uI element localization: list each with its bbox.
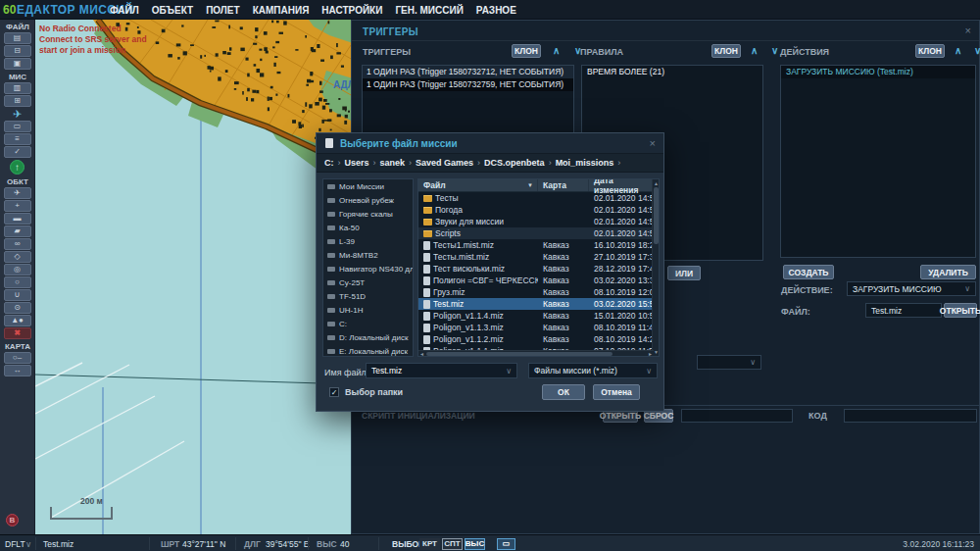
actions-list[interactable]: ЗАГРУЗИТЬ МИССИЮ (Test.miz) — [780, 65, 976, 258]
table-row[interactable]: Test.mizКавказ03.02.2020 15:54 — [418, 298, 659, 310]
ship-icon[interactable]: ▬ — [4, 213, 31, 225]
table-row[interactable]: Poligon_v1.1.3.mizКавказ08.10.2019 11:47 — [418, 322, 659, 333]
table-row[interactable]: Poligon_v1.1.4.mizКавказ15.01.2020 10:55 — [418, 310, 659, 322]
delete-action-button[interactable]: УДАЛИТЬ — [920, 265, 976, 279]
table-row[interactable]: Scripts02.01.2020 14:50 — [418, 227, 659, 239]
column-header-file[interactable]: Файл▼ — [418, 179, 538, 191]
places-item[interactable]: Навигатор NS430 для Ми-8 — [323, 262, 413, 276]
breadcrumb-segment[interactable]: Saved Games — [416, 158, 473, 168]
mode-button-спт[interactable]: СПТ — [442, 538, 463, 550]
trigger-list-item[interactable]: 1 ОДИН РАЗ (Trigger 1580732759, НЕТ СОБЫ… — [363, 78, 573, 91]
delete-mission-icon[interactable]: ▥ — [4, 82, 31, 94]
places-item[interactable]: Горячие скалы — [323, 207, 413, 221]
move-action-up-icon[interactable]: ∧ — [955, 44, 961, 58]
cancel-button[interactable]: Отмена — [593, 384, 640, 400]
or-button[interactable]: ИЛИ — [667, 266, 701, 280]
trigger-list-item[interactable]: 1 ОДИН РАЗ (Trigger 1580732712, НЕТ СОБЫ… — [363, 66, 573, 78]
start-mission-icon[interactable]: ↑ — [10, 160, 24, 175]
sort-arrow-icon[interactable]: ▼ — [527, 182, 533, 188]
close-icon[interactable]: × — [650, 137, 656, 149]
action-list-item[interactable]: ЗАГРУЗИТЬ МИССИЮ (Test.miz) — [781, 66, 975, 78]
scroll-up-icon[interactable]: ▲ — [653, 180, 660, 186]
template-shapes-icon[interactable]: ▲● — [4, 315, 31, 326]
theme-dropdown[interactable]: DFLT — [5, 539, 25, 549]
table-row[interactable]: Тесты.mist.mizКавказ27.10.2019 17:39 — [418, 251, 659, 263]
airplane-icon[interactable]: ✈ — [4, 187, 31, 199]
places-item[interactable]: Су-25Т — [323, 276, 413, 289]
places-item[interactable]: C: — [323, 317, 413, 330]
ruler-icon[interactable]: ▭ — [497, 538, 515, 550]
column-header-date[interactable]: Дата изменения — [589, 179, 654, 191]
places-item[interactable]: Ми-8МТВ2 — [323, 248, 413, 262]
places-item[interactable]: D: Локальный диск — [323, 330, 413, 344]
chevron-down-icon[interactable]: ∨ — [25, 539, 31, 549]
dialog-titlebar[interactable]: Выберите файл миссии × — [317, 133, 663, 154]
create-action-button[interactable]: СОЗДАТЬ — [783, 265, 834, 279]
column-header-map[interactable]: Карта — [538, 179, 589, 191]
map-canvas[interactable]: АДЛ 200 м — [35, 20, 353, 534]
linked-group-icon[interactable]: ⊙ — [4, 302, 31, 314]
move-rule-up-icon[interactable]: ∧ — [751, 44, 758, 58]
unit-templates-icon[interactable]: ⊞ — [4, 95, 31, 107]
table-row[interactable]: Тест висюльки.mizКавказ28.12.2019 17:43 — [418, 263, 659, 275]
table-row[interactable]: Груз.mizКавказ08.10.2019 12:00 — [418, 286, 659, 298]
places-list[interactable]: Мои МиссииОгневой рубежГорячие скалыКа-5… — [322, 178, 414, 357]
helicopter-icon[interactable]: + — [4, 200, 31, 212]
table-row[interactable]: Погода02.01.2020 14:50 — [418, 204, 659, 216]
menu-item-3[interactable]: КАМПАНИЯ — [253, 5, 310, 16]
places-item[interactable]: Ка-50 — [323, 221, 413, 234]
code-field[interactable] — [844, 409, 977, 423]
file-table[interactable]: Файл▼ Карта Дата изменения Тесты02.01.20… — [417, 178, 660, 357]
breadcrumb-segment[interactable]: C: — [324, 158, 334, 168]
vertical-scrollbar[interactable]: ▲ ▼ — [652, 179, 659, 356]
map-key-icon[interactable]: ○– — [4, 352, 31, 364]
menu-item-2[interactable]: ПОЛЕТ — [206, 5, 240, 16]
route-tool-icon[interactable]: ▭ — [4, 121, 31, 132]
mode-button-выс[interactable]: ВЫС — [465, 538, 485, 550]
table-row[interactable]: Poligon_v1.1.2.mizКавказ08.10.2019 14:25 — [418, 333, 659, 345]
fly-mission-icon[interactable]: ✈ — [4, 108, 31, 120]
open-file-button[interactable]: ОТКРЫТЬ — [944, 303, 977, 318]
file-filter-dropdown[interactable]: Файлы миссии (*.miz) ∨ — [528, 363, 658, 378]
check-mission-icon[interactable]: ✓ — [4, 146, 31, 158]
ok-button[interactable]: ОК — [542, 384, 585, 400]
clone-triggers-button[interactable]: КЛОН — [512, 44, 541, 58]
close-icon[interactable]: × — [965, 25, 971, 36]
scrollbar-thumb[interactable] — [654, 187, 659, 244]
mode-button-крт[interactable]: КРТ — [419, 538, 440, 550]
menu-item-1[interactable]: ОБЪЕКТ — [152, 5, 193, 16]
static-object-icon[interactable]: ◇ — [4, 251, 31, 263]
bridge-tool-icon[interactable]: ≡ — [4, 133, 31, 145]
save-mission-icon[interactable]: ▣ — [4, 58, 31, 70]
train-icon[interactable]: ∞ — [4, 238, 31, 250]
scrollbar-thumb[interactable] — [426, 352, 612, 356]
move-action-down-icon[interactable]: ∨ — [974, 44, 980, 58]
script-field[interactable] — [681, 409, 793, 423]
clone-action-button[interactable]: КЛОН — [915, 44, 945, 58]
places-item[interactable]: UH-1H — [323, 303, 413, 317]
move-rule-down-icon[interactable]: ∨ — [771, 44, 778, 58]
mission-file-input[interactable]: Test.miz — [865, 303, 942, 318]
rule-condition-dropdown[interactable]: ∨ — [697, 355, 761, 370]
menu-item-5[interactable]: ГЕН. МИССИЙ — [395, 5, 463, 16]
table-row[interactable]: Звуки для миссии02.01.2020 14:50 — [418, 216, 659, 227]
point-icon[interactable]: ○ — [4, 276, 31, 288]
places-item[interactable]: E: Локальный диск — [323, 344, 413, 357]
filename-input[interactable]: Test.miz ∨ — [366, 363, 517, 378]
scroll-down-icon[interactable]: ▼ — [653, 349, 660, 355]
boat-icon[interactable]: ∪ — [4, 289, 31, 301]
breadcrumb-segment[interactable]: Moi_missions — [556, 158, 614, 168]
breadcrumb-segment[interactable]: Users — [345, 158, 369, 168]
trigger-zone-icon[interactable]: ◎ — [4, 264, 31, 276]
table-row[interactable]: Тесты02.01.2020 14:50 — [418, 192, 659, 204]
select-folder-checkbox[interactable]: ✓ — [329, 387, 339, 397]
table-row[interactable]: Полигон =СВГ= ЧЕРКЕССК v3.Кавказ03.02.20… — [418, 275, 659, 286]
places-item[interactable]: L-39 — [323, 234, 413, 248]
horizontal-scrollbar[interactable]: ◄ ► — [418, 350, 654, 356]
places-item[interactable]: Огневой рубеж — [323, 193, 413, 207]
breadcrumb[interactable]: C:›Users›sanek›Saved Games›DCS.openbeta›… — [317, 154, 663, 173]
breadcrumb-segment[interactable]: sanek — [380, 158, 406, 168]
table-row[interactable]: Тесты1.mist.mizКавказ16.10.2019 18:29 — [418, 239, 659, 251]
menu-item-0[interactable]: ФАЙЛ — [110, 5, 139, 16]
action-type-dropdown[interactable]: ЗАГРУЗИТЬ МИССИЮ ∨ — [847, 281, 976, 296]
